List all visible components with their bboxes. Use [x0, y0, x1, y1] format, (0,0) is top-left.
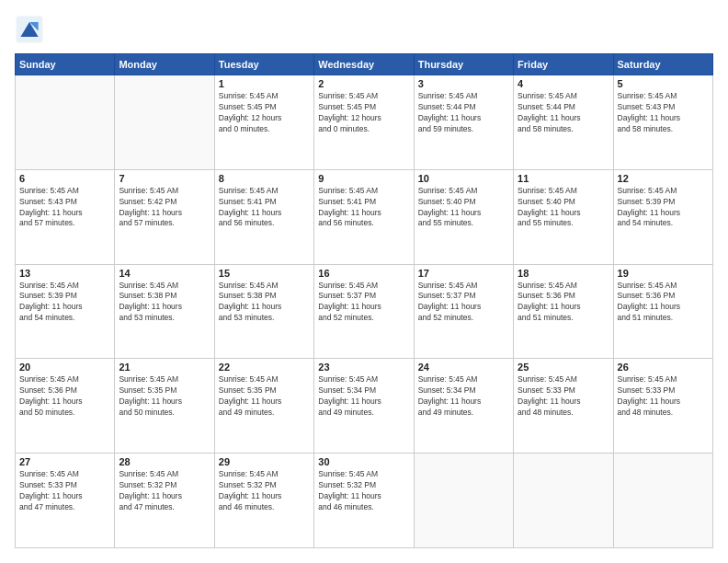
- day-number: 9: [318, 173, 409, 184]
- day-detail: Sunrise: 5:45 AM Sunset: 5:43 PM Dayligh…: [618, 91, 709, 135]
- day-number: 30: [318, 456, 409, 467]
- day-number: 6: [19, 173, 110, 184]
- day-number: 8: [219, 173, 310, 184]
- calendar-cell: 25Sunrise: 5:45 AM Sunset: 5:33 PM Dayli…: [514, 359, 613, 454]
- day-number: 5: [618, 78, 709, 89]
- day-detail: Sunrise: 5:45 AM Sunset: 5:35 PM Dayligh…: [219, 374, 310, 419]
- day-number: 17: [418, 268, 509, 279]
- calendar-cell: 16Sunrise: 5:45 AM Sunset: 5:37 PM Dayli…: [314, 264, 414, 359]
- day-detail: Sunrise: 5:45 AM Sunset: 5:36 PM Dayligh…: [518, 281, 609, 325]
- day-number: 26: [618, 362, 709, 373]
- day-detail: Sunrise: 5:45 AM Sunset: 5:35 PM Dayligh…: [119, 374, 210, 419]
- weekday-header-friday: Friday: [514, 54, 613, 75]
- day-number: 1: [219, 78, 310, 89]
- day-detail: Sunrise: 5:45 AM Sunset: 5:39 PM Dayligh…: [19, 281, 110, 325]
- calendar-week-3: 13Sunrise: 5:45 AM Sunset: 5:39 PM Dayli…: [16, 264, 713, 359]
- logo: [15, 15, 46, 44]
- calendar-cell: 3Sunrise: 5:45 AM Sunset: 5:44 PM Daylig…: [414, 75, 513, 170]
- day-detail: Sunrise: 5:45 AM Sunset: 5:33 PM Dayligh…: [518, 374, 609, 419]
- day-number: 10: [418, 173, 509, 184]
- day-number: 3: [418, 78, 509, 89]
- calendar-cell: [613, 454, 712, 548]
- calendar-cell: 6Sunrise: 5:45 AM Sunset: 5:43 PM Daylig…: [16, 169, 115, 264]
- day-detail: Sunrise: 5:45 AM Sunset: 5:39 PM Dayligh…: [618, 186, 709, 230]
- day-detail: Sunrise: 5:45 AM Sunset: 5:43 PM Dayligh…: [19, 186, 110, 230]
- day-number: 12: [618, 173, 709, 184]
- day-number: 25: [518, 362, 609, 373]
- calendar-cell: 4Sunrise: 5:45 AM Sunset: 5:44 PM Daylig…: [514, 75, 613, 170]
- calendar-cell: 13Sunrise: 5:45 AM Sunset: 5:39 PM Dayli…: [16, 264, 115, 359]
- calendar-cell: 23Sunrise: 5:45 AM Sunset: 5:34 PM Dayli…: [314, 359, 414, 454]
- day-detail: Sunrise: 5:45 AM Sunset: 5:32 PM Dayligh…: [219, 469, 310, 513]
- day-number: 20: [19, 362, 110, 373]
- calendar-cell: 28Sunrise: 5:45 AM Sunset: 5:32 PM Dayli…: [115, 454, 214, 548]
- day-number: 18: [518, 268, 609, 279]
- day-number: 15: [219, 268, 310, 279]
- calendar-cell: 12Sunrise: 5:45 AM Sunset: 5:39 PM Dayli…: [613, 169, 712, 264]
- calendar-cell: 5Sunrise: 5:45 AM Sunset: 5:43 PM Daylig…: [613, 75, 712, 170]
- day-detail: Sunrise: 5:45 AM Sunset: 5:41 PM Dayligh…: [219, 186, 310, 230]
- calendar-week-4: 20Sunrise: 5:45 AM Sunset: 5:36 PM Dayli…: [16, 359, 713, 454]
- day-number: 29: [219, 456, 310, 467]
- day-detail: Sunrise: 5:45 AM Sunset: 5:33 PM Dayligh…: [19, 469, 110, 513]
- calendar-cell: [115, 75, 214, 170]
- calendar-cell: 15Sunrise: 5:45 AM Sunset: 5:38 PM Dayli…: [214, 264, 313, 359]
- day-number: 28: [119, 456, 210, 467]
- calendar-cell: 30Sunrise: 5:45 AM Sunset: 5:32 PM Dayli…: [314, 454, 414, 548]
- weekday-header-thursday: Thursday: [414, 54, 513, 75]
- day-detail: Sunrise: 5:45 AM Sunset: 5:37 PM Dayligh…: [418, 281, 509, 325]
- calendar-cell: 7Sunrise: 5:45 AM Sunset: 5:42 PM Daylig…: [115, 169, 214, 264]
- calendar-cell: 21Sunrise: 5:45 AM Sunset: 5:35 PM Dayli…: [115, 359, 214, 454]
- day-detail: Sunrise: 5:45 AM Sunset: 5:44 PM Dayligh…: [418, 91, 509, 135]
- calendar-table: SundayMondayTuesdayWednesdayThursdayFrid…: [15, 53, 713, 548]
- day-number: 24: [418, 362, 509, 373]
- calendar-cell: 19Sunrise: 5:45 AM Sunset: 5:36 PM Dayli…: [613, 264, 712, 359]
- calendar-cell: 27Sunrise: 5:45 AM Sunset: 5:33 PM Dayli…: [16, 454, 115, 548]
- day-detail: Sunrise: 5:45 AM Sunset: 5:36 PM Dayligh…: [618, 281, 709, 325]
- day-detail: Sunrise: 5:45 AM Sunset: 5:34 PM Dayligh…: [418, 374, 509, 419]
- calendar-cell: 11Sunrise: 5:45 AM Sunset: 5:40 PM Dayli…: [514, 169, 613, 264]
- calendar-cell: [16, 75, 115, 170]
- day-detail: Sunrise: 5:45 AM Sunset: 5:45 PM Dayligh…: [318, 91, 409, 135]
- calendar-cell: 2Sunrise: 5:45 AM Sunset: 5:45 PM Daylig…: [314, 75, 414, 170]
- calendar-cell: 10Sunrise: 5:45 AM Sunset: 5:40 PM Dayli…: [414, 169, 513, 264]
- calendar-cell: [414, 454, 513, 548]
- logo-icon: [15, 15, 44, 44]
- day-number: 7: [119, 173, 210, 184]
- day-detail: Sunrise: 5:45 AM Sunset: 5:32 PM Dayligh…: [119, 469, 210, 513]
- calendar-week-5: 27Sunrise: 5:45 AM Sunset: 5:33 PM Dayli…: [16, 454, 713, 548]
- calendar-cell: 17Sunrise: 5:45 AM Sunset: 5:37 PM Dayli…: [414, 264, 513, 359]
- weekday-header-saturday: Saturday: [613, 54, 712, 75]
- day-detail: Sunrise: 5:45 AM Sunset: 5:44 PM Dayligh…: [518, 91, 609, 135]
- weekday-header-tuesday: Tuesday: [214, 54, 313, 75]
- calendar-week-2: 6Sunrise: 5:45 AM Sunset: 5:43 PM Daylig…: [16, 169, 713, 264]
- weekday-header-wednesday: Wednesday: [314, 54, 414, 75]
- page: SundayMondayTuesdayWednesdayThursdayFrid…: [0, 0, 728, 563]
- weekday-header-sunday: Sunday: [16, 54, 115, 75]
- weekday-header-row: SundayMondayTuesdayWednesdayThursdayFrid…: [16, 54, 713, 75]
- calendar-cell: 9Sunrise: 5:45 AM Sunset: 5:41 PM Daylig…: [314, 169, 414, 264]
- weekday-header-monday: Monday: [115, 54, 214, 75]
- day-detail: Sunrise: 5:45 AM Sunset: 5:40 PM Dayligh…: [518, 186, 609, 230]
- day-number: 27: [19, 456, 110, 467]
- day-number: 19: [618, 268, 709, 279]
- calendar-cell: 1Sunrise: 5:45 AM Sunset: 5:45 PM Daylig…: [214, 75, 313, 170]
- day-number: 14: [119, 268, 210, 279]
- day-detail: Sunrise: 5:45 AM Sunset: 5:40 PM Dayligh…: [418, 186, 509, 230]
- day-detail: Sunrise: 5:45 AM Sunset: 5:37 PM Dayligh…: [318, 281, 409, 325]
- day-detail: Sunrise: 5:45 AM Sunset: 5:45 PM Dayligh…: [219, 91, 310, 135]
- calendar-cell: 20Sunrise: 5:45 AM Sunset: 5:36 PM Dayli…: [16, 359, 115, 454]
- day-detail: Sunrise: 5:45 AM Sunset: 5:33 PM Dayligh…: [618, 374, 709, 419]
- day-number: 4: [518, 78, 609, 89]
- calendar-cell: 24Sunrise: 5:45 AM Sunset: 5:34 PM Dayli…: [414, 359, 513, 454]
- day-detail: Sunrise: 5:45 AM Sunset: 5:42 PM Dayligh…: [119, 186, 210, 230]
- day-number: 16: [318, 268, 409, 279]
- day-number: 11: [518, 173, 609, 184]
- day-number: 21: [119, 362, 210, 373]
- day-detail: Sunrise: 5:45 AM Sunset: 5:32 PM Dayligh…: [318, 469, 409, 513]
- day-number: 22: [219, 362, 310, 373]
- day-detail: Sunrise: 5:45 AM Sunset: 5:38 PM Dayligh…: [219, 281, 310, 325]
- calendar-cell: [514, 454, 613, 548]
- day-number: 2: [318, 78, 409, 89]
- day-detail: Sunrise: 5:45 AM Sunset: 5:41 PM Dayligh…: [318, 186, 409, 230]
